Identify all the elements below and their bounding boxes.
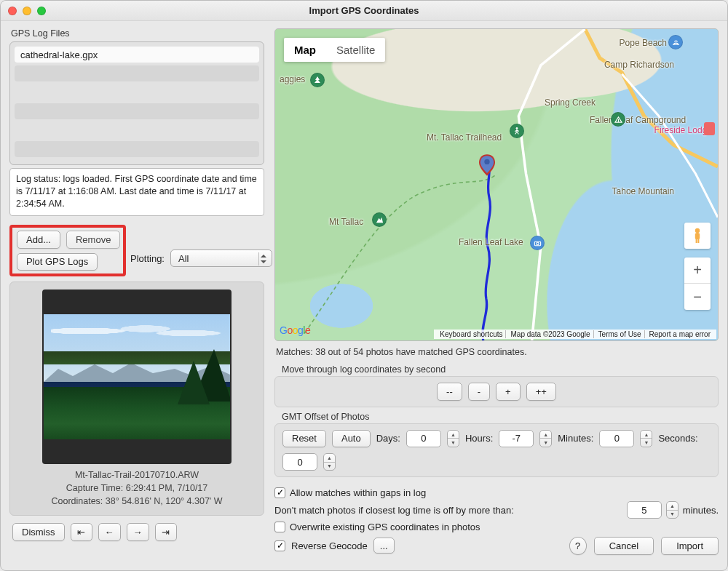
overwrite-checkbox[interactable] bbox=[274, 522, 285, 532]
map-tab-satellite[interactable]: Satellite bbox=[326, 38, 385, 62]
dismiss-button[interactable]: Dismiss bbox=[12, 523, 65, 541]
map-label-aggies: aggies bbox=[280, 74, 305, 84]
gps-log-file-item[interactable]: cathedral-lake.gpx bbox=[15, 47, 259, 63]
zoom-out-button[interactable]: − bbox=[684, 284, 711, 310]
hours-field[interactable]: -7 bbox=[499, 430, 534, 447]
allow-gaps-checkbox[interactable] bbox=[274, 487, 285, 498]
map-keyboard-shortcuts-link[interactable]: Keyboard shortcuts bbox=[437, 330, 506, 338]
list-row-empty bbox=[15, 141, 259, 157]
dont-match-suffix: minutes. bbox=[683, 505, 719, 516]
reverse-geocode-checkbox[interactable] bbox=[274, 540, 285, 551]
tree-poi-icon[interactable] bbox=[310, 73, 325, 87]
svg-rect-5 bbox=[695, 233, 700, 239]
map-pane[interactable]: Pope Beach Camp Richardson Spring Creek … bbox=[274, 28, 719, 341]
dont-match-label: Don't match photos if closest log time i… bbox=[274, 505, 514, 516]
reverse-geocode-options-button[interactable]: ... bbox=[373, 538, 395, 554]
move-through-label: Move through log coordinates by second bbox=[282, 364, 719, 375]
map-attribution: Keyboard shortcuts Map data ©2023 Google… bbox=[434, 330, 716, 339]
peak-poi-icon[interactable] bbox=[372, 212, 387, 227]
map-type-toggle: Map Satellite bbox=[284, 38, 385, 62]
beach-poi-icon[interactable] bbox=[668, 35, 683, 49]
help-button[interactable]: ? bbox=[569, 537, 587, 555]
map-tab-map[interactable]: Map bbox=[284, 38, 326, 62]
prev-photo-button[interactable]: ← bbox=[98, 523, 121, 541]
gps-log-file-list[interactable]: cathedral-lake.gpx bbox=[9, 41, 264, 165]
reset-offset-button[interactable]: Reset bbox=[282, 430, 326, 448]
dont-match-minutes-field[interactable]: 5 bbox=[627, 501, 662, 519]
list-row-empty bbox=[15, 65, 259, 81]
svg-rect-7 bbox=[697, 239, 699, 243]
map-data-label: Map data ©2023 Google bbox=[507, 330, 593, 338]
svg-point-4 bbox=[695, 228, 700, 233]
gps-log-files-label: GPS Log Files bbox=[11, 28, 264, 39]
tent-poi-icon[interactable] bbox=[611, 112, 625, 127]
plotting-label: Plotting: bbox=[130, 253, 165, 264]
move-back-button[interactable]: - bbox=[468, 383, 490, 401]
overwrite-label: Overwrite existing GPS coordinates in ph… bbox=[290, 522, 480, 532]
map-label-fallen-lake: Fallen Leaf Lake bbox=[459, 237, 523, 247]
days-field[interactable]: 0 bbox=[406, 430, 441, 447]
gmt-offset-label: GMT Offset of Photos bbox=[282, 412, 719, 422]
window-title: Import GPS Coordinates bbox=[1, 5, 727, 16]
allow-gaps-label: Allow matches within gaps in log bbox=[290, 487, 426, 498]
gps-log-file-name: cathedral-lake.gpx bbox=[20, 49, 98, 60]
photo-filename: Mt-Tallac-Trail-20170710.ARW bbox=[51, 468, 222, 482]
map-label-spring-creek: Spring Creek bbox=[545, 97, 596, 108]
list-row-empty bbox=[15, 84, 259, 100]
move-forward-button[interactable]: + bbox=[496, 383, 521, 401]
window-close-button[interactable] bbox=[8, 7, 17, 15]
hiker-poi-icon[interactable] bbox=[510, 124, 524, 138]
minutes-field[interactable]: 0 bbox=[599, 430, 634, 447]
streetview-pegman-icon[interactable] bbox=[684, 223, 711, 249]
photo-preview-card: Mt-Tallac-Trail-20170710.ARW Capture Tim… bbox=[9, 281, 264, 516]
camera-poi-icon[interactable] bbox=[530, 236, 545, 250]
remove-button[interactable]: Remove bbox=[66, 231, 120, 249]
map-label-mt-tallac-th: Mt. Tallac Trailhead bbox=[427, 132, 502, 143]
last-photo-button[interactable]: ⇥ bbox=[155, 523, 177, 541]
minutes-label: Minutes: bbox=[558, 433, 593, 444]
map-terms-link[interactable]: Terms of Use bbox=[596, 330, 645, 338]
first-photo-button[interactable]: ⇤ bbox=[71, 523, 92, 541]
hours-label: Hours: bbox=[465, 433, 493, 444]
list-row-empty bbox=[15, 103, 259, 119]
seconds-stepper[interactable]: ▲▼ bbox=[323, 453, 336, 471]
zoom-in-button[interactable]: + bbox=[684, 257, 711, 284]
reverse-geocode-label: Reverse Geocode bbox=[291, 540, 368, 551]
days-stepper[interactable]: ▲▼ bbox=[447, 430, 459, 447]
gps-marker-icon[interactable] bbox=[479, 154, 495, 176]
plotting-value: All bbox=[178, 253, 189, 264]
window-zoom-button[interactable] bbox=[37, 7, 46, 15]
svg-point-1 bbox=[536, 242, 538, 244]
svg-point-3 bbox=[484, 159, 489, 164]
map-label-camp-richardson: Camp Richardson bbox=[604, 60, 674, 70]
chevron-updown-icon bbox=[258, 252, 269, 265]
minutes-stepper[interactable]: ▲▼ bbox=[640, 430, 652, 447]
import-gps-window: Import GPS Coordinates GPS Log Files cat… bbox=[0, 0, 728, 571]
coordinates-value: 38° 54.816' N, 120° 4.307' W bbox=[106, 496, 223, 506]
window-minimize-button[interactable] bbox=[23, 7, 31, 15]
plotting-select[interactable]: All bbox=[170, 249, 272, 267]
svg-rect-6 bbox=[696, 239, 697, 243]
move-forward-fast-button[interactable]: ++ bbox=[526, 383, 556, 401]
log-status-text: Log status: logs loaded. First GPS coord… bbox=[9, 168, 264, 216]
coordinates-label: Coordinates: bbox=[51, 496, 105, 506]
next-photo-button[interactable]: → bbox=[127, 523, 149, 541]
lodging-poi-icon[interactable] bbox=[704, 122, 715, 135]
map-zoom-controls: + − bbox=[684, 257, 711, 310]
callout-highlight: Add... Remove Plot GPS Logs bbox=[9, 225, 126, 276]
map-label-mt-tallac: Mt Tallac bbox=[329, 217, 363, 227]
photo-thumbnail[interactable] bbox=[42, 290, 232, 464]
dont-match-minutes-stepper[interactable]: ▲▼ bbox=[666, 501, 678, 519]
days-label: Days: bbox=[376, 433, 400, 444]
cancel-button[interactable]: Cancel bbox=[594, 537, 654, 555]
import-button[interactable]: Import bbox=[661, 537, 719, 555]
move-back-fast-button[interactable]: -- bbox=[437, 383, 462, 401]
auto-offset-button[interactable]: Auto bbox=[332, 430, 371, 448]
add-button[interactable]: Add... bbox=[17, 231, 60, 249]
seconds-field[interactable]: 0 bbox=[282, 453, 317, 471]
plot-gps-logs-button[interactable]: Plot GPS Logs bbox=[17, 253, 98, 271]
google-logo: Google bbox=[280, 324, 310, 336]
matches-status: Matches: 38 out of 54 photos have matche… bbox=[276, 347, 717, 357]
map-report-link[interactable]: Report a map error bbox=[646, 330, 713, 338]
hours-stepper[interactable]: ▲▼ bbox=[539, 430, 552, 447]
